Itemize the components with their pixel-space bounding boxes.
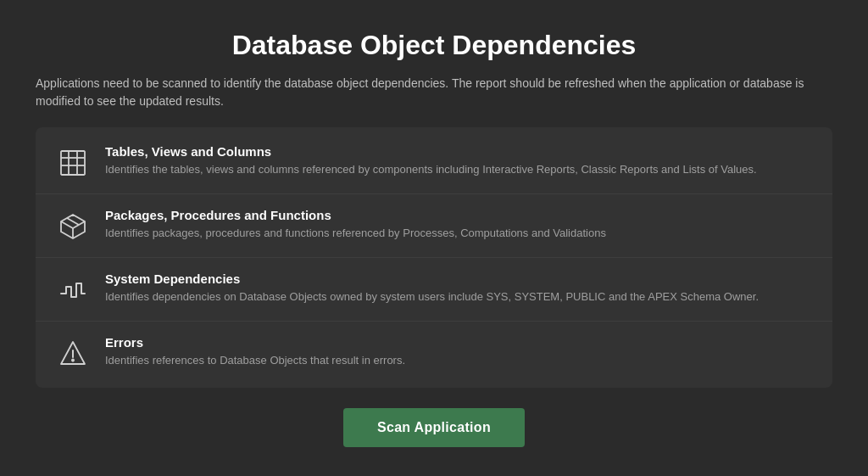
- table-icon: [56, 146, 90, 180]
- feature-description-system: Identifies dependencies on Database Obje…: [105, 289, 812, 305]
- svg-point-12: [72, 359, 74, 361]
- feature-content-tables: Tables, Views and Columns Identifies the…: [105, 144, 812, 177]
- feature-item-tables: Tables, Views and Columns Identifies the…: [36, 131, 832, 194]
- package-icon: [56, 210, 90, 244]
- feature-description-tables: Identifies the tables, views and columns…: [105, 162, 812, 177]
- feature-content-packages: Packages, Procedures and Functions Ident…: [105, 208, 812, 241]
- feature-description-packages: Identifies packages, procedures and func…: [105, 226, 812, 241]
- feature-content-system: System Dependencies Identifies dependenc…: [105, 272, 812, 305]
- system-icon: [56, 273, 90, 307]
- feature-title-system: System Dependencies: [105, 272, 812, 286]
- svg-line-9: [67, 218, 79, 225]
- feature-title-packages: Packages, Procedures and Functions: [105, 208, 812, 222]
- svg-rect-0: [61, 151, 85, 175]
- feature-item-system: System Dependencies Identifies dependenc…: [36, 258, 832, 322]
- feature-title-tables: Tables, Views and Columns: [105, 144, 812, 159]
- page-description: Applications need to be scanned to ident…: [36, 75, 832, 110]
- feature-item-errors: Errors Identifies references to Database…: [36, 322, 832, 384]
- feature-title-errors: Errors: [105, 335, 812, 350]
- feature-item-packages: Packages, Procedures and Functions Ident…: [36, 194, 832, 258]
- warning-icon: [56, 337, 90, 371]
- feature-content-errors: Errors Identifies references to Database…: [105, 335, 812, 368]
- feature-description-errors: Identifies references to Database Object…: [105, 353, 812, 368]
- scan-application-button[interactable]: Scan Application: [343, 408, 525, 447]
- page-title: Database Object Dependencies: [232, 30, 637, 61]
- features-container: Tables, Views and Columns Identifies the…: [36, 127, 832, 388]
- svg-line-6: [61, 221, 73, 228]
